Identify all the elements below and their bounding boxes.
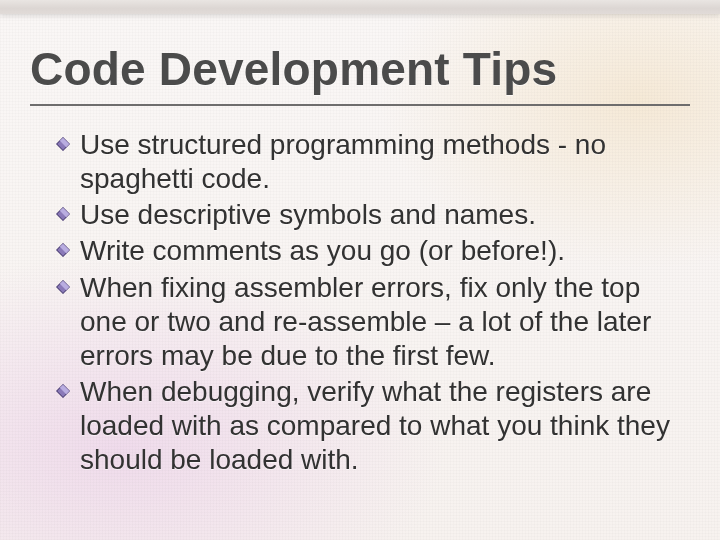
list-item: Use structured programming methods - no … xyxy=(56,128,684,196)
title-underline xyxy=(30,104,690,106)
diamond-bullet-icon xyxy=(56,280,70,294)
slide: Code Development Tips Use structured pro… xyxy=(0,0,720,540)
list-item: When fixing assembler errors, fix only t… xyxy=(56,271,684,373)
diamond-bullet-icon xyxy=(56,207,70,221)
list-item: Use descriptive symbols and names. xyxy=(56,198,684,232)
list-item-text: Use structured programming methods - no … xyxy=(80,129,606,194)
diamond-bullet-icon xyxy=(56,137,70,151)
diamond-bullet-icon xyxy=(56,243,70,257)
list-item-text: Use descriptive symbols and names. xyxy=(80,199,536,230)
diamond-bullet-icon xyxy=(56,384,70,398)
list-item-text: When fixing assembler errors, fix only t… xyxy=(80,272,651,371)
list-item: When debugging, verify what the register… xyxy=(56,375,684,477)
slide-title: Code Development Tips xyxy=(30,42,690,96)
bullet-list: Use structured programming methods - no … xyxy=(30,128,690,478)
list-item-text: When debugging, verify what the register… xyxy=(80,376,670,475)
list-item-text: Write comments as you go (or before!). xyxy=(80,235,565,266)
slide-top-band xyxy=(0,0,720,14)
list-item: Write comments as you go (or before!). xyxy=(56,234,684,268)
